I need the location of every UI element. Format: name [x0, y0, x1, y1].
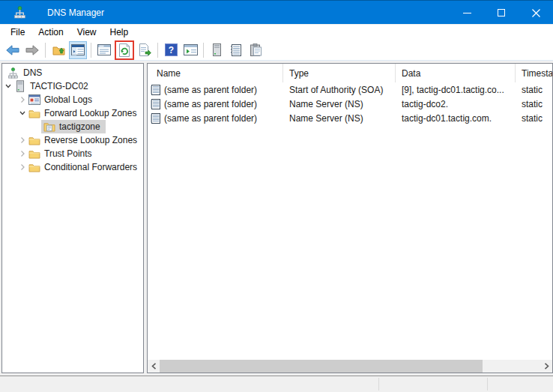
scrollbar-thumb[interactable] — [160, 360, 483, 373]
chevron-right-icon[interactable] — [17, 135, 28, 145]
main-area: DNS TACTIG-DC02 — [0, 61, 553, 376]
export-list-icon — [139, 43, 151, 56]
console-tree-icon — [71, 44, 85, 55]
record-type: Name Server (NS) — [289, 113, 363, 124]
record-timestamp: static — [522, 113, 543, 124]
column-header-data[interactable]: Data — [396, 64, 516, 82]
tree-item-tactig-dc02[interactable]: TACTIG-DC02 — [2, 79, 143, 93]
tree-item-reverse-lookup-zones[interactable]: Reverse Lookup Zones — [2, 133, 143, 147]
minimize-icon — [463, 13, 471, 13]
tree-item-label: TACTIG-DC02 — [30, 80, 91, 92]
dns-manager-app-icon — [13, 6, 26, 19]
tree-item-label: DNS — [23, 67, 44, 79]
tree-item-tactigzone[interactable]: tactigzone — [2, 120, 143, 133]
record-type: Name Server (NS) — [289, 99, 363, 109]
server-icon — [13, 80, 26, 92]
up-one-level-button[interactable] — [49, 41, 67, 59]
chevron-right-icon[interactable] — [17, 94, 28, 105]
selected-tree-item: tactigzone — [41, 120, 106, 133]
maximize-icon — [498, 9, 505, 16]
scroll-left-icon — [151, 363, 157, 370]
tree-item-forward-lookup-zones[interactable]: Forward Lookup Zones — [2, 106, 143, 120]
folder-icon — [28, 148, 40, 160]
window-title: DNS Manager — [47, 7, 104, 18]
back-icon — [6, 45, 19, 55]
column-header-name[interactable]: Name — [148, 64, 283, 82]
scroll-left-button[interactable] — [148, 360, 160, 373]
console-tree-panel: DNS TACTIG-DC02 — [1, 63, 144, 373]
statusbar — [0, 376, 553, 392]
tree-item-global-logs[interactable]: Global Logs — [2, 93, 143, 106]
menu-view[interactable]: View — [70, 25, 103, 39]
record-list-icon — [230, 44, 242, 56]
chevron-down-icon[interactable] — [3, 81, 13, 91]
show-hide-console-tree-button[interactable] — [69, 41, 87, 59]
server-status-button[interactable] — [208, 41, 226, 59]
forward-button[interactable] — [23, 41, 41, 59]
toolbar-separator — [45, 43, 46, 58]
folder-icon — [28, 161, 40, 173]
record-row[interactable]: (same as parent folder) Start of Authori… — [148, 82, 552, 97]
new-window-from-here-button[interactable] — [181, 41, 199, 59]
tree-item-label: Reverse Lookup Zones — [44, 134, 139, 146]
menu-file[interactable]: File — [4, 25, 31, 39]
chevron-down-icon[interactable] — [17, 108, 28, 118]
close-button[interactable] — [519, 1, 553, 25]
server-tower-icon — [213, 43, 221, 56]
record-type: Start of Authority (SOA) — [289, 85, 383, 95]
minimize-button[interactable] — [450, 1, 484, 25]
statusbar-separator — [378, 378, 379, 391]
chevron-right-icon[interactable] — [17, 162, 28, 172]
record-row[interactable]: (same as parent folder) Name Server (NS)… — [148, 111, 552, 125]
record-row[interactable]: (same as parent folder) Name Server (NS)… — [148, 97, 552, 111]
column-header-timestamp[interactable]: Timestamp — [516, 64, 552, 82]
clipboard-icon — [250, 43, 262, 56]
new-window-icon — [184, 44, 198, 55]
statusbar-separator — [487, 378, 488, 391]
menu-help[interactable]: Help — [103, 25, 136, 39]
refresh-button[interactable] — [116, 41, 133, 59]
paste-clipboard-button[interactable] — [247, 41, 265, 59]
tree-item-label: tactigzone — [59, 121, 103, 133]
toolbar-separator — [91, 43, 91, 58]
record-list-button[interactable] — [227, 41, 245, 59]
column-header-type[interactable]: Type — [283, 64, 396, 82]
scroll-right-icon — [544, 363, 549, 370]
zone-folder-icon — [43, 121, 55, 133]
dns-console-icon — [7, 67, 19, 79]
record-name: (same as parent folder) — [164, 99, 257, 109]
record-data: tactig-dc01.tactig.com. — [402, 113, 492, 124]
tree-item-label: Conditional Forwarders — [44, 161, 139, 173]
help-icon: ? — [165, 43, 178, 56]
record-list-panel: Name Type Data Timestamp (same as parent… — [147, 63, 553, 373]
record-name: (same as parent folder) — [164, 113, 257, 124]
tree-item-label: Trust Points — [44, 148, 94, 160]
scroll-right-button[interactable] — [540, 360, 552, 373]
titlebar: DNS Manager — [0, 0, 553, 24]
tree-item-dns[interactable]: DNS — [2, 66, 143, 79]
forward-icon — [25, 45, 39, 55]
list-header: Name Type Data Timestamp — [148, 64, 552, 82]
tree-item-trust-points[interactable]: Trust Points — [2, 147, 143, 160]
back-button[interactable] — [4, 41, 22, 59]
tree-item-label: Forward Lookup Zones — [44, 107, 139, 119]
refresh-icon — [118, 43, 130, 57]
folder-icon — [28, 107, 40, 119]
export-list-button[interactable] — [136, 41, 154, 59]
folder-icon — [28, 134, 40, 146]
horizontal-scrollbar[interactable] — [148, 360, 552, 373]
tree-item-conditional-forwarders[interactable]: Conditional Forwarders — [2, 160, 143, 174]
tree-item-label: Global Logs — [44, 94, 94, 106]
maximize-button[interactable] — [484, 1, 519, 25]
global-logs-icon — [28, 94, 40, 106]
properties-button[interactable] — [95, 41, 113, 59]
dns-record-icon — [151, 85, 161, 95]
properties-icon — [97, 44, 111, 55]
help-button[interactable]: ? — [162, 41, 180, 59]
chevron-right-icon[interactable] — [17, 148, 28, 159]
dns-manager-window: DNS Manager File Action View Help — [0, 0, 553, 392]
menu-action[interactable]: Action — [31, 25, 70, 39]
record-data: tactig-dco2. — [402, 99, 448, 109]
menubar: File Action View Help — [0, 25, 553, 40]
close-icon — [532, 9, 540, 17]
